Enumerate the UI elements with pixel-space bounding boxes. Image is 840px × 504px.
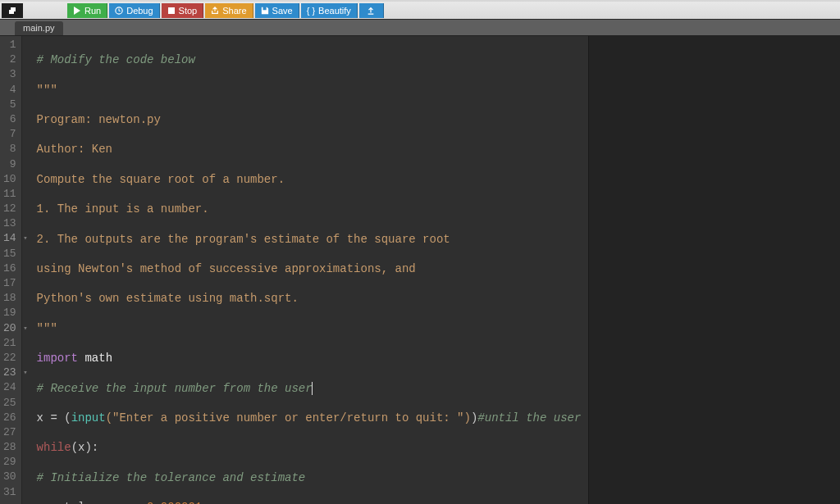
line-number: 25 (3, 396, 16, 411)
code-area[interactable]: # Modify the code below """ Program: new… (22, 36, 588, 504)
line-number: 21 (3, 336, 16, 351)
save-button[interactable]: Save (255, 3, 299, 18)
line-number: 29 (3, 455, 16, 470)
line-number: 9 (3, 157, 16, 172)
line-number: 10 (3, 172, 16, 187)
line-number: 17 (3, 276, 16, 291)
tab-label: main.py (23, 23, 55, 33)
line-number: 20 (3, 321, 16, 336)
line-number: 11 (3, 187, 16, 202)
text-cursor (312, 382, 313, 395)
line-number: 23 (3, 366, 16, 380)
line-number: 4 (3, 83, 16, 98)
line-number: 18 (3, 291, 16, 306)
line-number: 24 (3, 380, 16, 395)
code-line: # Receive the input number from the user (37, 381, 580, 396)
toolbar: Run Debug Stop Share Save { } Beautify (0, 2, 840, 20)
line-number: 13 (3, 216, 16, 231)
line-number: 3 (3, 67, 16, 82)
code-line: Compute the square root of a number. (37, 172, 580, 187)
debug-button[interactable]: Debug (109, 3, 159, 18)
line-number: 26 (3, 411, 16, 425)
line-number: 31 (3, 485, 16, 500)
braces-icon: { } (307, 3, 315, 18)
play-icon (73, 7, 81, 15)
upload-button[interactable] (359, 3, 384, 18)
svg-rect-1 (168, 7, 175, 14)
line-number: 5 (3, 98, 16, 112)
line-number: 27 (3, 425, 16, 440)
line-number: 1 (3, 38, 16, 52)
run-label: Run (84, 3, 101, 18)
run-button[interactable]: Run (67, 3, 107, 18)
line-number: 7 (3, 127, 16, 142)
line-number: 6 (3, 112, 16, 127)
code-line: Python's own estimate using math.sqrt. (37, 291, 580, 306)
code-line: """ (37, 321, 580, 336)
code-line: x = (input("Enter a positive number or e… (37, 411, 580, 425)
code-line: import math (37, 351, 580, 366)
stop-label: Stop (179, 3, 198, 18)
line-number-gutter: 1234567891011121314151617181920212223242… (0, 36, 22, 504)
code-line: # Modify the code below (37, 52, 580, 67)
debug-label: Debug (126, 3, 153, 18)
editor: 1234567891011121314151617181920212223242… (0, 36, 840, 504)
code-line: tolerance = 0.000001 (37, 500, 580, 504)
beautify-button[interactable]: { } Beautify (301, 3, 358, 18)
code-line: 2. The outputs are the program's estimat… (37, 232, 580, 247)
line-number: 14 (3, 231, 16, 246)
output-pane (588, 36, 840, 504)
share-icon (211, 7, 219, 15)
tab-main-py[interactable]: main.py (15, 21, 63, 35)
logo-icon (2, 3, 23, 18)
upload-icon (367, 7, 375, 15)
clock-icon (115, 7, 123, 15)
line-number: 19 (3, 306, 16, 320)
code-line: Program: newton.py (37, 112, 580, 127)
stop-button[interactable]: Stop (162, 3, 204, 18)
line-number: 12 (3, 202, 16, 216)
line-number: 8 (3, 142, 16, 157)
tab-strip: main.py (0, 20, 840, 36)
share-button[interactable]: Share (205, 3, 253, 18)
line-number: 22 (3, 351, 16, 366)
code-line: Author: Ken (37, 142, 580, 157)
code-line: # Initialize the tolerance and estimate (37, 470, 580, 485)
beautify-label: Beautify (318, 3, 351, 18)
line-number: 2 (3, 52, 16, 67)
save-label: Save (272, 3, 293, 18)
stop-icon (167, 7, 176, 15)
line-number: 28 (3, 440, 16, 455)
line-number: 16 (3, 261, 16, 276)
share-label: Share (222, 3, 246, 18)
line-number: 30 (3, 470, 16, 484)
save-icon (261, 7, 269, 15)
code-line: while(x): (37, 440, 580, 455)
code-line: using Newton's method of successive appr… (37, 261, 580, 276)
line-number: 15 (3, 247, 16, 261)
code-line: """ (37, 83, 580, 98)
code-line: 1. The input is a number. (37, 202, 580, 216)
